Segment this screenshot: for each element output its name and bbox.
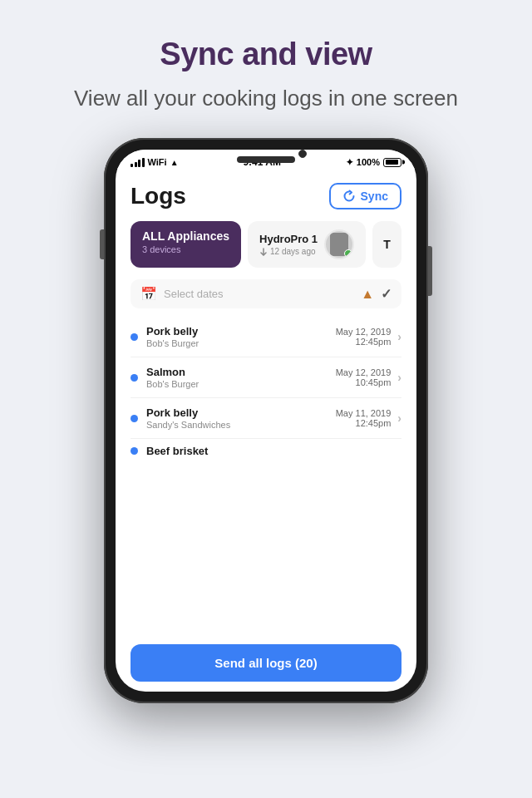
date-filter-row[interactable]: 📅 Select dates ▲ ✓ xyxy=(131,279,401,308)
log-name-1: Salmon xyxy=(146,366,336,378)
app-header: Logs Sync xyxy=(131,183,401,209)
sync-button[interactable]: Sync xyxy=(329,183,401,209)
chevron-icon-1: › xyxy=(397,371,401,384)
wifi-label: WiFi xyxy=(148,157,167,167)
log-date-1: May 12, 2019 10:45pm xyxy=(336,367,392,387)
log-date-time-0: 12:45pm xyxy=(336,337,392,347)
tab-all-sub: 3 devices xyxy=(142,244,229,254)
log-date-time-1: 10:45pm xyxy=(336,377,392,387)
log-dot-3 xyxy=(131,447,138,455)
log-item-0[interactable]: Pork belly Bob's Burger May 12, 2019 12:… xyxy=(131,317,401,357)
tab-t[interactable]: T xyxy=(372,221,401,268)
battery-percent: 100% xyxy=(357,157,380,167)
log-list: Pork belly Bob's Burger May 12, 2019 12:… xyxy=(131,317,401,638)
sync-label: Sync xyxy=(361,190,388,203)
log-name-0: Pork belly xyxy=(146,325,336,337)
battery-icon xyxy=(383,158,401,167)
chevron-icon-2: › xyxy=(397,411,401,425)
log-date-0: May 12, 2019 12:45pm xyxy=(336,327,392,347)
phone-speaker xyxy=(237,156,295,163)
page-subtitle: View all your cooking logs in one screen xyxy=(0,72,532,113)
page-title: Sync and view xyxy=(0,0,532,72)
send-logs-button[interactable]: Send all logs (20) xyxy=(131,644,401,682)
hydropro-sync-time: 12 days ago xyxy=(270,247,316,256)
log-location-0: Bob's Burger xyxy=(146,338,336,348)
log-date-2: May 11, 2019 12:45pm xyxy=(336,408,392,428)
signal-icon xyxy=(131,158,145,167)
log-item-3-partial: Beef brisket xyxy=(131,439,401,462)
log-dot-2 xyxy=(131,415,138,422)
phone-camera xyxy=(298,150,307,158)
log-date-time-2: 12:45pm xyxy=(336,418,392,428)
date-placeholder: Select dates xyxy=(164,288,354,300)
tab-all-appliances[interactable]: ALL Appliances 3 devices xyxy=(131,221,241,268)
phone-screen: WiFi ▲ 9:41 AM ✦ 100% xyxy=(116,150,416,692)
log-info-0: Pork belly Bob's Burger xyxy=(146,325,336,348)
log-name-2: Pork belly xyxy=(146,406,336,419)
wifi-icon: ▲ xyxy=(170,158,179,167)
calendar-icon: 📅 xyxy=(140,286,157,302)
log-location-2: Sandy's Sandwiches xyxy=(146,420,336,430)
sync-icon xyxy=(342,190,356,203)
log-info-3: Beef brisket xyxy=(146,445,401,457)
log-date-day-0: May 12, 2019 xyxy=(336,327,392,337)
filter-icon[interactable]: ▲ xyxy=(361,287,374,302)
download-icon xyxy=(259,248,268,256)
log-dot-1 xyxy=(131,374,138,382)
log-location-1: Bob's Burger xyxy=(146,379,336,389)
log-item-2[interactable]: Pork belly Sandy's Sandwiches May 11, 20… xyxy=(131,398,401,439)
log-info-1: Salmon Bob's Burger xyxy=(146,366,336,389)
phone-mockup: WiFi ▲ 9:41 AM ✦ 100% xyxy=(0,138,532,703)
log-name-3: Beef brisket xyxy=(146,445,401,457)
tab-all-title: ALL Appliances xyxy=(142,229,229,243)
tab-hydropro[interactable]: HydroPro 1 12 days ago xyxy=(248,221,366,268)
hydropro-name: HydroPro 1 xyxy=(259,233,318,245)
log-date-day-2: May 11, 2019 xyxy=(336,408,392,418)
log-dot-0 xyxy=(131,333,138,341)
log-item-1[interactable]: Salmon Bob's Burger May 12, 2019 10:45pm… xyxy=(131,357,401,398)
hydropro-sync-info: 12 days ago xyxy=(259,247,318,256)
checkmark-icon[interactable]: ✓ xyxy=(381,286,392,302)
online-dot xyxy=(344,249,352,258)
device-tabs: ALL Appliances 3 devices HydroPro 1 12 d… xyxy=(131,221,401,268)
tab-t-label: T xyxy=(383,238,391,251)
status-right: ✦ 100% xyxy=(346,157,401,168)
log-info-2: Pork belly Sandy's Sandwiches xyxy=(146,406,336,430)
chevron-icon-0: › xyxy=(397,330,401,343)
bluetooth-icon: ✦ xyxy=(346,157,353,168)
app-title: Logs xyxy=(131,183,186,209)
phone-body: WiFi ▲ 9:41 AM ✦ 100% xyxy=(104,138,428,703)
log-date-day-1: May 12, 2019 xyxy=(336,367,392,377)
status-left: WiFi ▲ xyxy=(131,157,179,167)
device-avatar xyxy=(324,229,354,259)
app-content: Logs Sync ALL Appliances 3 devices xyxy=(116,171,416,692)
